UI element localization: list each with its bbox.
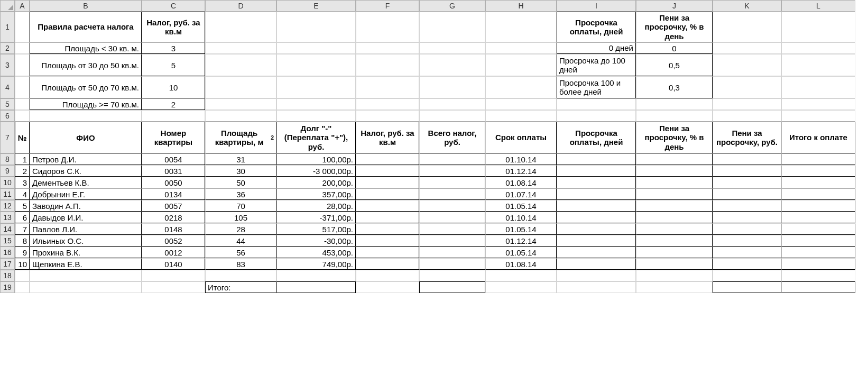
data-due-0[interactable]: 01.10.14 — [485, 153, 557, 165]
data-fio-5[interactable]: Давыдов И.И. — [30, 212, 142, 223]
cell-D3[interactable] — [205, 54, 276, 76]
data-num-6[interactable]: 7 — [15, 223, 30, 235]
row-header-10[interactable]: 10 — [0, 177, 15, 188]
data-due-3[interactable]: 01.07.14 — [485, 188, 557, 200]
cell-J5[interactable] — [636, 98, 713, 110]
cell-F6[interactable] — [356, 110, 419, 122]
data-apt-4[interactable]: 0057 — [142, 200, 205, 212]
data-apt-0[interactable]: 0054 — [142, 153, 205, 165]
cell-B19[interactable] — [30, 281, 142, 293]
cell-A1[interactable] — [15, 12, 30, 42]
data-area-6[interactable]: 28 — [205, 223, 276, 235]
cell-A18[interactable] — [15, 270, 30, 281]
row-header-1[interactable]: 1 — [0, 12, 15, 42]
data-penrub-7[interactable] — [713, 235, 781, 247]
cell-I6[interactable] — [557, 110, 636, 122]
cell-L3[interactable] — [781, 54, 855, 76]
tax-rules-header[interactable]: Правила расчета налога — [30, 12, 142, 42]
data-fio-1[interactable]: Сидоров С.К. — [30, 165, 142, 177]
cell-J18[interactable] — [636, 270, 713, 281]
data-total-3[interactable] — [781, 188, 855, 200]
data-overdue-8[interactable] — [557, 247, 636, 258]
cell-C6[interactable] — [142, 110, 205, 122]
data-area-7[interactable]: 44 — [205, 235, 276, 247]
row-header-9[interactable]: 9 — [0, 165, 15, 177]
data-due-4[interactable]: 01.05.14 — [485, 200, 557, 212]
data-totaltax-5[interactable] — [419, 212, 485, 223]
tax-rule-val-1[interactable]: 5 — [142, 54, 205, 76]
hdr-total-tax[interactable]: Всего налог, руб. — [419, 122, 485, 153]
data-fio-8[interactable]: Прохина В.К. — [30, 247, 142, 258]
data-debt-9[interactable]: 749,00р. — [276, 258, 356, 270]
cell-H18[interactable] — [485, 270, 557, 281]
total-k[interactable] — [713, 281, 781, 293]
data-fio-6[interactable]: Павлов Л.И. — [30, 223, 142, 235]
cell-A4[interactable] — [15, 76, 30, 98]
column-header-F[interactable]: F — [356, 0, 419, 12]
data-due-5[interactable]: 01.10.14 — [485, 212, 557, 223]
cell-H3[interactable] — [485, 54, 557, 76]
select-all-corner[interactable] — [0, 0, 15, 12]
data-total-7[interactable] — [781, 235, 855, 247]
data-penpct-1[interactable] — [636, 165, 713, 177]
data-overdue-4[interactable] — [557, 200, 636, 212]
data-due-2[interactable]: 01.08.14 — [485, 177, 557, 188]
data-taxsqm-5[interactable] — [356, 212, 419, 223]
cell-K3[interactable] — [713, 54, 781, 76]
row-header-4[interactable]: 4 — [0, 76, 15, 98]
cell-H5[interactable] — [485, 98, 557, 110]
cell-A3[interactable] — [15, 54, 30, 76]
cell-G6[interactable] — [419, 110, 485, 122]
data-taxsqm-2[interactable] — [356, 177, 419, 188]
data-totaltax-8[interactable] — [419, 247, 485, 258]
column-header-A[interactable]: A — [15, 0, 30, 12]
overdue-rule-2[interactable]: Просрочка 100 и более дней — [557, 76, 636, 98]
data-num-4[interactable]: 5 — [15, 200, 30, 212]
data-due-7[interactable]: 01.12.14 — [485, 235, 557, 247]
cell-L18[interactable] — [781, 270, 855, 281]
cell-D4[interactable] — [205, 76, 276, 98]
hdr-apt[interactable]: Номер квартиры — [142, 122, 205, 153]
data-apt-8[interactable]: 0012 — [142, 247, 205, 258]
data-taxsqm-0[interactable] — [356, 153, 419, 165]
data-debt-5[interactable]: -371,00р. — [276, 212, 356, 223]
data-taxsqm-1[interactable] — [356, 165, 419, 177]
cell-G3[interactable] — [419, 54, 485, 76]
data-penpct-0[interactable] — [636, 153, 713, 165]
cell-A2[interactable] — [15, 42, 30, 54]
cell-D5[interactable] — [205, 98, 276, 110]
data-overdue-1[interactable] — [557, 165, 636, 177]
overdue-days-header[interactable]: Просрочка оплаты, дней — [557, 12, 636, 42]
tax-rule-0[interactable]: Площадь < 30 кв. м. — [30, 42, 142, 54]
data-penrub-4[interactable] — [713, 200, 781, 212]
cell-F18[interactable] — [356, 270, 419, 281]
cell-F4[interactable] — [356, 76, 419, 98]
hdr-total[interactable]: Итого к оплате — [781, 122, 855, 153]
data-penpct-2[interactable] — [636, 177, 713, 188]
data-penrub-0[interactable] — [713, 153, 781, 165]
data-debt-4[interactable]: 28,00р. — [276, 200, 356, 212]
data-penrub-9[interactable] — [713, 258, 781, 270]
hdr-area[interactable]: Площадь квартиры, м2 — [205, 122, 276, 153]
data-fio-2[interactable]: Дементьев К.В. — [30, 177, 142, 188]
data-taxsqm-9[interactable] — [356, 258, 419, 270]
data-overdue-5[interactable] — [557, 212, 636, 223]
cell-G5[interactable] — [419, 98, 485, 110]
tax-rule-val-0[interactable]: 3 — [142, 42, 205, 54]
data-num-8[interactable]: 9 — [15, 247, 30, 258]
data-fio-0[interactable]: Петров Д.И. — [30, 153, 142, 165]
data-due-6[interactable]: 01.05.14 — [485, 223, 557, 235]
cell-G18[interactable] — [419, 270, 485, 281]
tax-per-sqm-header[interactable]: Налог, руб. за кв.м — [142, 12, 205, 42]
cell-K2[interactable] — [713, 42, 781, 54]
overdue-rule-1[interactable]: Просрочка до 100 дней — [557, 54, 636, 76]
data-debt-6[interactable]: 517,00р. — [276, 223, 356, 235]
overdue-rule-val-0[interactable]: 0 — [636, 42, 713, 54]
data-num-0[interactable]: 1 — [15, 153, 30, 165]
data-area-1[interactable]: 30 — [205, 165, 276, 177]
cell-K4[interactable] — [713, 76, 781, 98]
data-total-8[interactable] — [781, 247, 855, 258]
overdue-rule-val-1[interactable]: 0,5 — [636, 54, 713, 76]
hdr-fio[interactable]: ФИО — [30, 122, 142, 153]
data-penpct-3[interactable] — [636, 188, 713, 200]
